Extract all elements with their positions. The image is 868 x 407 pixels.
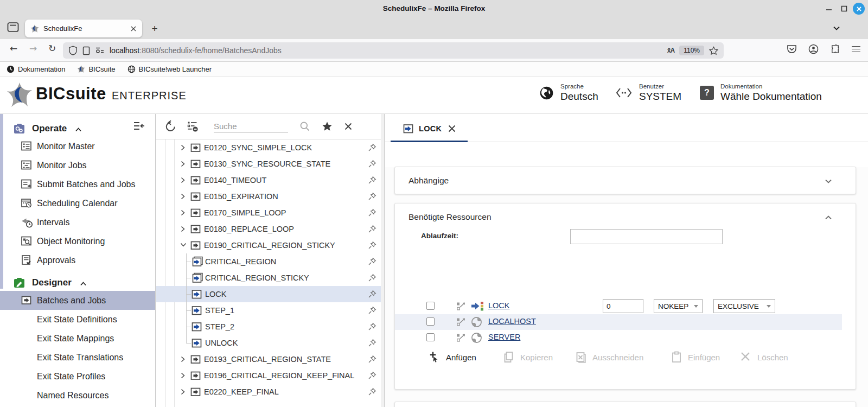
- detail-tab-close-icon[interactable]: [448, 124, 456, 133]
- toolbar-icon[interactable]: [481, 148, 494, 162]
- action-button[interactable]: Ausschneiden: [575, 351, 643, 363]
- pin-icon[interactable]: [368, 160, 376, 168]
- tree-item[interactable]: E0120_SYNC_SIMPLE_LOCK: [156, 139, 381, 156]
- timeout-input[interactable]: [570, 229, 723, 244]
- pin-icon[interactable]: [368, 274, 376, 282]
- account-icon[interactable]: [808, 44, 819, 54]
- expand-chevron-icon[interactable]: [180, 161, 190, 167]
- search-input[interactable]: [214, 120, 288, 132]
- pin-icon[interactable]: [368, 371, 376, 380]
- toolbar-icon[interactable]: [709, 148, 722, 162]
- pin-icon[interactable]: [368, 322, 376, 331]
- action-button[interactable]: Kopieren: [503, 351, 553, 363]
- clear-search-icon[interactable]: [344, 122, 353, 131]
- tab-list-chevron-icon[interactable]: [832, 24, 841, 33]
- action-button[interactable]: Anfügen: [429, 351, 476, 363]
- pin-icon[interactable]: [368, 192, 376, 201]
- tree-item[interactable]: E0193_CRITICAL_REGION_STATE: [156, 351, 381, 367]
- tab-close-icon[interactable]: [130, 26, 137, 32]
- user-menu[interactable]: Benutzer SYSTEM: [615, 83, 681, 103]
- row-checkbox[interactable]: [426, 302, 435, 310]
- hierarchy-icon[interactable]: [456, 317, 467, 327]
- pocket-icon[interactable]: [787, 44, 797, 54]
- keep-select[interactable]: NOKEEP: [654, 299, 703, 313]
- url-text[interactable]: localhost:8080/schedulix-fe/home/Batches…: [110, 46, 662, 55]
- hierarchy-icon[interactable]: [456, 333, 467, 343]
- close-button[interactable]: [853, 3, 865, 15]
- detail-tab-lock[interactable]: LOCK: [391, 116, 464, 141]
- refresh-icon[interactable]: [164, 120, 177, 133]
- bookmark-item[interactable]: Dokumentation: [7, 65, 65, 73]
- documentation-menu[interactable]: ? Dokumentation Wähle Dokumentation: [700, 83, 822, 103]
- expand-chevron-icon[interactable]: [180, 356, 190, 363]
- reload-icon[interactable]: ↻: [48, 44, 56, 53]
- sidebar-scrollbar[interactable]: [0, 114, 3, 289]
- bookmark-item[interactable]: BICsuite!web Launcher: [127, 65, 212, 73]
- pin-icon[interactable]: [368, 208, 376, 217]
- row-checkbox[interactable]: [426, 317, 435, 326]
- sidebar-item[interactable]: Named Resources: [0, 386, 155, 405]
- action-button[interactable]: Löschen: [740, 351, 788, 363]
- expand-chevron-icon[interactable]: [180, 177, 190, 183]
- favorites-star-icon[interactable]: [322, 121, 333, 132]
- expand-section-icon[interactable]: [824, 177, 833, 186]
- permissions-icon[interactable]: [95, 47, 105, 54]
- tree-item[interactable]: E0130_SYNC_RESOURCE_STATE: [156, 156, 381, 172]
- sidebar-section-designer[interactable]: Designer: [0, 275, 155, 291]
- tree-item[interactable]: UNLOCK: [156, 335, 381, 351]
- sidebar-item[interactable]: Scheduling Calendar: [0, 194, 155, 213]
- toolbar-icon[interactable]: [633, 148, 646, 162]
- hierarchy-icon[interactable]: [456, 301, 467, 311]
- filter-list-icon[interactable]: [187, 120, 200, 133]
- expand-chevron-icon[interactable]: [180, 193, 190, 200]
- language-switcher[interactable]: Sprache Deutsch: [539, 83, 598, 103]
- pin-icon[interactable]: [368, 339, 376, 347]
- expand-chevron-icon[interactable]: [180, 226, 190, 232]
- sidebar-item[interactable]: Object Monitoring: [0, 232, 155, 251]
- sidebar-item[interactable]: Exit State Translations: [0, 348, 155, 367]
- forward-icon[interactable]: →: [29, 44, 37, 53]
- tree-item[interactable]: E0190_CRITICAL_REGION_STICKY: [156, 237, 381, 253]
- pin-icon[interactable]: [368, 143, 376, 152]
- toolbar-icon[interactable]: [443, 148, 456, 162]
- expand-chevron-icon[interactable]: [180, 144, 190, 151]
- tree-item[interactable]: STEP_2: [156, 319, 381, 335]
- tree-item[interactable]: CRITICAL_REGION: [156, 253, 381, 270]
- row-checkbox[interactable]: [426, 333, 435, 341]
- tree-item[interactable]: E0220_KEEP_FINAL: [156, 384, 381, 400]
- sidebar-item[interactable]: Monitor Master: [0, 137, 155, 156]
- tree-item[interactable]: LOCK: [156, 286, 381, 302]
- sidebar-item[interactable]: Exit State Definitions: [0, 310, 155, 329]
- back-icon[interactable]: ←: [10, 44, 17, 53]
- pin-icon[interactable]: [368, 355, 376, 364]
- sidebar-item[interactable]: Monitor Jobs: [0, 156, 155, 175]
- browser-tab[interactable]: SchedulixFe: [25, 20, 142, 37]
- expand-chevron-icon[interactable]: [180, 372, 190, 379]
- tree-item[interactable]: E0196_CRITICAL_REGION_KEEP_FINAL: [156, 367, 381, 384]
- pin-icon[interactable]: [368, 306, 376, 315]
- pin-icon[interactable]: [368, 241, 376, 250]
- sidebar-item[interactable]: Intervals: [0, 213, 155, 232]
- resource-link[interactable]: LOCK: [488, 301, 510, 310]
- tree-item[interactable]: E0150_EXPIRATION: [156, 188, 381, 205]
- sidebar-item[interactable]: Exit State Mappings: [0, 329, 155, 348]
- tree-item[interactable]: E0140_TIMEOUT: [156, 172, 381, 188]
- lockmode-select[interactable]: EXCLUSIVE: [713, 299, 775, 313]
- expand-chevron-icon[interactable]: [180, 209, 190, 216]
- zoom-level-badge[interactable]: 110%: [679, 46, 704, 55]
- sidebar-item[interactable]: Approvals: [0, 251, 155, 270]
- pin-icon[interactable]: [368, 176, 376, 185]
- sidebar-item[interactable]: Submit Batches and Jobs: [0, 175, 155, 194]
- tree-item[interactable]: E0180_REPLACE_LOOP: [156, 221, 381, 237]
- resource-link[interactable]: SERVER: [488, 333, 520, 341]
- shield-icon[interactable]: [68, 46, 78, 55]
- tree-item[interactable]: CRITICAL_REGION_STICKY: [156, 270, 381, 286]
- expand-chevron-icon[interactable]: [180, 389, 190, 395]
- bookmark-item[interactable]: BICsuite: [77, 65, 115, 73]
- toolbar-icon[interactable]: [405, 148, 418, 162]
- toolbar-icon[interactable]: [557, 148, 570, 162]
- firefox-view-icon[interactable]: [7, 22, 19, 33]
- tree-item[interactable]: E0170_SIMPLE_LOOP: [156, 205, 381, 221]
- extensions-icon[interactable]: [830, 44, 840, 54]
- pin-icon[interactable]: [368, 225, 376, 233]
